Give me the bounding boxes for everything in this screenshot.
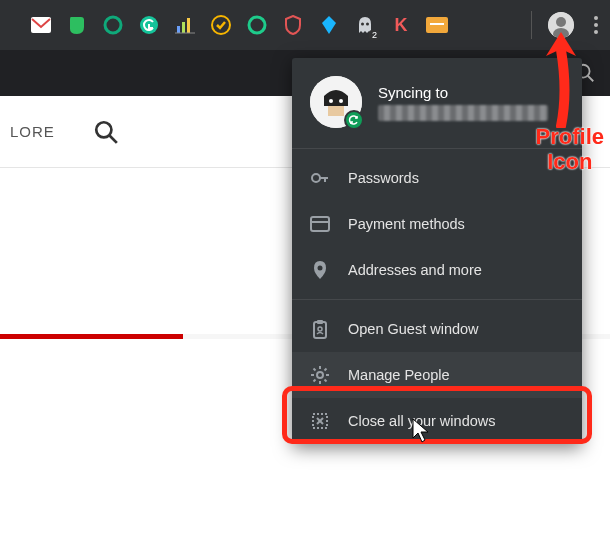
sync-title-text: Syncing to (378, 84, 548, 101)
grammarly-icon[interactable] (138, 14, 160, 36)
key-icon (310, 168, 330, 188)
svg-rect-5 (187, 18, 190, 33)
popup-separator (292, 299, 582, 300)
page-search-icon[interactable] (93, 119, 119, 145)
profile-popup: Syncing to Passwords Payment methods Add… (292, 58, 582, 444)
svg-rect-32 (314, 322, 326, 338)
svg-point-26 (312, 174, 320, 182)
gmail-icon[interactable] (30, 14, 52, 36)
svg-rect-22 (324, 96, 348, 106)
svg-rect-29 (311, 217, 329, 231)
svg-rect-25 (328, 106, 344, 116)
kite-icon[interactable] (318, 14, 340, 36)
menu-item-close-windows[interactable]: Close all your windows (292, 398, 582, 444)
popup-separator (292, 148, 582, 149)
menu-item-payment-methods[interactable]: Payment methods (292, 201, 582, 247)
svg-point-34 (318, 327, 322, 331)
ghost-icon[interactable]: 2 (354, 14, 376, 36)
svg-rect-4 (182, 22, 185, 33)
letter-k-icon[interactable]: K (390, 14, 412, 36)
menu-label: Open Guest window (348, 321, 479, 337)
toolbar-separator (531, 11, 532, 39)
shield-icon[interactable] (282, 14, 304, 36)
ring-icon-2[interactable] (246, 14, 268, 36)
menu-label: Addresses and more (348, 262, 482, 278)
menu-label: Passwords (348, 170, 419, 186)
svg-line-20 (109, 135, 117, 143)
check-icon[interactable] (210, 14, 232, 36)
menu-item-manage-people[interactable]: Manage People (292, 352, 582, 398)
clipboard-icon (310, 319, 330, 339)
badge-count: 2 (369, 30, 380, 40)
svg-line-40 (314, 369, 316, 371)
svg-line-18 (588, 76, 594, 82)
map-pin-icon (310, 260, 330, 280)
close-box-icon (310, 411, 330, 431)
svg-point-24 (339, 99, 343, 103)
svg-rect-13 (430, 23, 444, 25)
svg-point-19 (96, 122, 111, 137)
graph-icon[interactable] (174, 14, 196, 36)
evernote-icon[interactable] (66, 14, 88, 36)
ring-icon-1[interactable] (102, 14, 124, 36)
menu-item-addresses[interactable]: Addresses and more (292, 247, 582, 293)
card-icon[interactable] (426, 14, 448, 36)
profile-popup-header: Syncing to (292, 58, 582, 142)
svg-line-43 (325, 369, 327, 371)
svg-point-10 (361, 23, 364, 26)
svg-point-31 (318, 266, 323, 271)
menu-item-passwords[interactable]: Passwords (292, 155, 582, 201)
menu-label: Manage People (348, 367, 450, 383)
nav-explore[interactable]: LORE (0, 123, 65, 140)
browser-menu-button[interactable] (588, 16, 604, 34)
svg-point-23 (329, 99, 333, 103)
svg-point-1 (105, 17, 121, 33)
sync-email-redacted (378, 105, 548, 121)
svg-line-42 (314, 380, 316, 382)
svg-point-11 (366, 23, 369, 26)
sync-status-icon (344, 110, 364, 130)
svg-rect-0 (31, 17, 51, 33)
profile-avatar-large (310, 76, 362, 128)
credit-card-icon (310, 214, 330, 234)
browser-extensions-toolbar: 2 K (0, 0, 610, 50)
gear-icon (310, 365, 330, 385)
svg-marker-9 (322, 16, 336, 34)
menu-item-guest-window[interactable]: Open Guest window (292, 306, 582, 352)
svg-rect-3 (177, 26, 180, 33)
svg-line-41 (325, 380, 327, 382)
menu-label: Payment methods (348, 216, 465, 232)
svg-point-35 (317, 372, 323, 378)
profile-avatar-button[interactable] (548, 12, 574, 38)
svg-point-15 (556, 17, 566, 27)
svg-point-8 (249, 17, 265, 33)
menu-label: Close all your windows (348, 413, 495, 429)
svg-rect-33 (317, 320, 323, 324)
